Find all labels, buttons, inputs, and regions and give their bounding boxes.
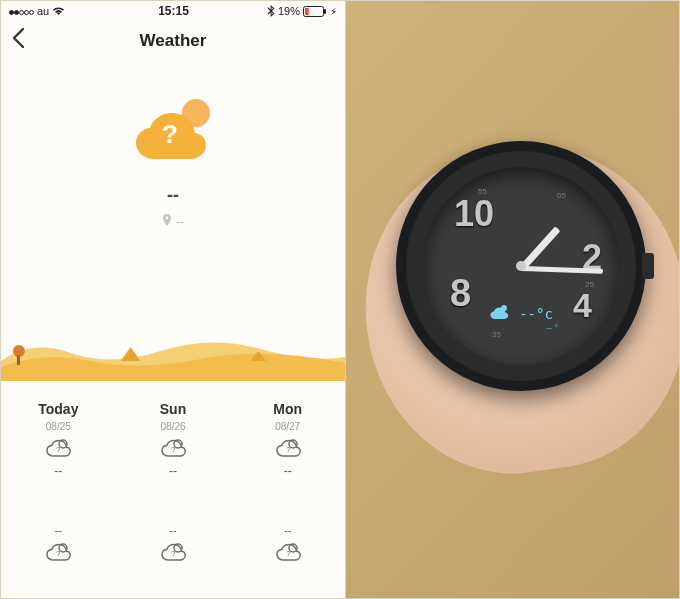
oled-sub: -- °: [546, 323, 558, 333]
svg-point-3: [13, 345, 25, 357]
svg-text:?: ?: [171, 549, 176, 558]
location-label: --: [176, 215, 184, 229]
forecast-day[interactable]: -- ?: [1, 522, 116, 562]
cloud-unknown-icon: ?: [160, 542, 186, 562]
back-button[interactable]: [11, 27, 25, 55]
forecast-row-2: -- ? -- ? -- ?: [1, 522, 345, 562]
forecast-day[interactable]: -- ?: [116, 522, 231, 562]
svg-text:?: ?: [56, 445, 61, 454]
minute-mark: 05: [557, 191, 566, 200]
watch-crown: [642, 253, 654, 279]
weather-hero: ? -- --: [1, 61, 345, 321]
minute-mark: 25: [585, 280, 594, 289]
watch-photo: 10 2 4 8 05 55 25 35 --°c -- °: [346, 1, 679, 598]
cloud-unknown-icon: ?: [45, 542, 71, 562]
cloud-unknown-icon: ?: [275, 542, 301, 562]
svg-text:?: ?: [171, 445, 176, 454]
svg-text:?: ?: [286, 445, 291, 454]
oled-temp: --°c: [519, 306, 553, 322]
forecast-date: 08/26: [160, 421, 185, 432]
nav-bar: Weather: [1, 21, 345, 61]
cloud-unknown-icon: ?: [160, 438, 186, 458]
page-title: Weather: [1, 31, 345, 51]
phone-screen: au 15:15 19% ⚡︎ Weather: [1, 1, 346, 598]
watch-dial: 10 2 4 8 05 55 25 35 --°c -- °: [422, 167, 620, 365]
svg-text:?: ?: [56, 549, 61, 558]
location-pin-icon: [162, 214, 172, 229]
forecast-label: Mon: [273, 401, 302, 417]
status-time: 15:15: [1, 4, 346, 18]
cloud-unknown-icon: ?: [45, 438, 71, 458]
landscape-illustration: [1, 311, 345, 381]
numeral-10: 10: [454, 193, 494, 235]
forecast-day[interactable]: Mon 08/27 ? --: [230, 401, 345, 478]
oled-weather-icon: [489, 303, 511, 326]
forecast-value: --: [54, 464, 62, 478]
location-row: --: [162, 214, 184, 229]
forecast-day[interactable]: Sun 08/26 ? --: [116, 401, 231, 478]
cloud-unknown-icon: ?: [275, 438, 301, 458]
svg-rect-4: [17, 355, 20, 365]
watch-oled: --°c -- °: [466, 291, 576, 337]
forecast-value: --: [55, 524, 62, 536]
forecast-date: 08/25: [46, 421, 71, 432]
current-temp: --: [167, 185, 179, 206]
minute-mark: 55: [478, 187, 487, 196]
question-mark-icon: ?: [162, 119, 178, 150]
forecast-label: Sun: [160, 401, 186, 417]
forecast-value: --: [169, 524, 176, 536]
smartwatch: 10 2 4 8 05 55 25 35 --°c -- °: [396, 141, 646, 391]
status-bar: au 15:15 19% ⚡︎: [1, 1, 345, 21]
weather-unknown-icon: ?: [132, 101, 214, 163]
forecast-value: --: [284, 464, 292, 478]
forecast-label: Today: [38, 401, 78, 417]
forecast-date: 08/27: [275, 421, 300, 432]
forecast-day[interactable]: -- ?: [230, 522, 345, 562]
forecast-value: --: [284, 524, 291, 536]
forecast-row-1: Today 08/25 ? -- Sun 08/26 ? -- Mon 08/2…: [1, 401, 345, 478]
forecast-day[interactable]: Today 08/25 ? --: [1, 401, 116, 478]
svg-text:?: ?: [286, 549, 291, 558]
forecast-value: --: [169, 464, 177, 478]
root: au 15:15 19% ⚡︎ Weather: [0, 0, 680, 599]
